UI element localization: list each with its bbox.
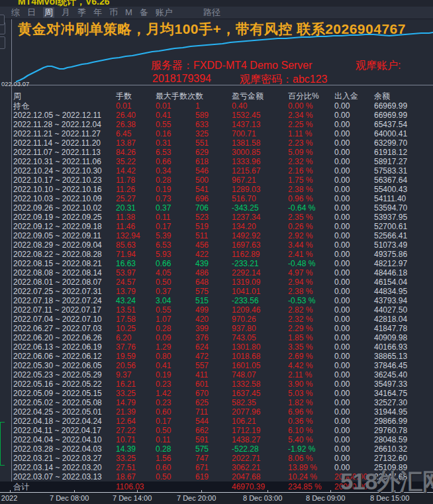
- row-max-lots: 0.19: [156, 370, 195, 379]
- row-period: 2022.06.06 ~ 2022.06.12: [13, 352, 116, 361]
- row-balance: 64000.41: [374, 129, 433, 138]
- table-row: 2022.03.28 ~ 2022.04.03 14.39 0.28 575 -…: [0, 444, 433, 454]
- row-pnl: 1162.89: [232, 250, 288, 259]
- chart-toolbar-button-fragment[interactable]: [0, 36, 5, 49]
- menu-item[interactable]: M: [125, 7, 132, 18]
- row-pnl: 1492.92: [232, 231, 288, 240]
- row-balance: 58917.27: [374, 157, 433, 166]
- row-pnl: 967.21: [232, 176, 288, 185]
- row-period: 2022.09.26 ~ 2022.10.02: [13, 203, 116, 213]
- row-balance: 38865.13: [374, 352, 433, 361]
- menu-item[interactable]: 账户: [156, 7, 173, 18]
- row-lots: 53.97: [116, 268, 156, 277]
- row-lots: 18.67: [116, 472, 156, 481]
- row-lots: 11.38: [116, 213, 156, 222]
- row-pnl: -343.25: [232, 203, 288, 213]
- row-period: 2022.06.27 ~ 2022.07.03: [13, 324, 116, 333]
- row-period: 2022.05.16 ~ 2022.05.22: [13, 379, 116, 389]
- row-pnl: 1289.03: [232, 185, 288, 194]
- row-balance: 40166.93: [374, 342, 433, 352]
- row-lots: 14.42: [116, 166, 156, 176]
- row-percent: 13.89 %: [288, 463, 334, 472]
- menu-item-path[interactable]: 路径: [203, 7, 220, 18]
- row-percent: 8.06 %: [288, 454, 334, 463]
- row-pnl: 1532.45: [232, 111, 288, 120]
- row-inout: 0.00: [334, 277, 374, 287]
- menu-item[interactable]: 月: [62, 7, 70, 18]
- row-count: 618: [195, 157, 232, 166]
- menu-item[interactable]: 币: [109, 7, 118, 18]
- row-period: 2022.03.07 ~ 2022.03.13: [13, 472, 116, 481]
- row-inout: 0.00: [334, 296, 374, 305]
- row-percent: -0.64 %: [288, 203, 334, 213]
- row-lots: 35.22: [116, 157, 156, 166]
- table-row: 2022.11.28 ~ 2022.12.04 26.38 0.55 633 1…: [0, 120, 433, 129]
- row-pnl: 3062.21: [232, 463, 288, 472]
- row-percent: 3.44 %: [288, 240, 334, 250]
- row-max-lots: 0.80: [156, 352, 195, 361]
- table-row: 2022.05.16 ~ 2022.05.22 16.21 0.23 601 1…: [0, 379, 433, 389]
- table-row: 2022.08.01 ~ 2022.08.07 24.57 0.50 648 1…: [0, 277, 433, 287]
- row-period: 2022.07.18 ~ 2022.07.24: [13, 296, 116, 305]
- row-period: 2022.10.17 ~ 2022.10.23: [13, 176, 116, 185]
- menu-item[interactable]: 日: [27, 7, 36, 18]
- table-row: 2022.05.23 ~ 2022.05.29 9.37 0.19 411 74…: [0, 370, 433, 379]
- row-inout: 0.00: [334, 361, 374, 370]
- row-max-lots: 6.53: [156, 148, 195, 157]
- row-lots: 14.39: [116, 444, 156, 454]
- row-balance: 53937.95: [374, 213, 433, 222]
- row-percent: 0.00 %: [288, 101, 334, 111]
- toolbar-button-fragment[interactable]: [0, 15, 5, 25]
- table-row: 2022.07.25 ~ 2022.07.31 13.79 0.37 575 1…: [0, 287, 433, 296]
- menu-item[interactable]: 年: [93, 7, 102, 18]
- row-balance: 63299.70: [374, 138, 433, 148]
- row-max-lots: 5.93: [156, 250, 195, 259]
- row-count: 546: [195, 166, 232, 176]
- row-pnl: 1601.05: [232, 361, 288, 370]
- menu-item[interactable]: 季: [77, 7, 86, 18]
- menu-item[interactable]: 综: [11, 7, 20, 18]
- row-percent: 5.09 %: [288, 148, 334, 157]
- row-percent: -0.53 %: [288, 296, 334, 305]
- row-pnl: 106.21: [232, 417, 288, 426]
- row-period: 2022.03.28 ~ 2022.04.03: [13, 444, 116, 454]
- row-inout: 0.00: [334, 240, 374, 250]
- table-row: 2022.05.30 ~ 2022.06.05 20.56 0.41 557 1…: [0, 361, 433, 370]
- row-percent: 2.16 %: [288, 166, 334, 176]
- row-balance: 51073.49: [374, 240, 433, 250]
- row-balance: 46154.04: [374, 277, 433, 287]
- table-row: 2022.06.27 ~ 2022.07.03 10.25 0.28 399 9…: [0, 324, 433, 333]
- row-period: 2022.11.14 ~ 2022.11.20: [13, 138, 116, 148]
- row-period: 2022.11.21 ~ 2022.11.27: [13, 129, 116, 138]
- col-header-pnl: 盈亏金额: [232, 91, 288, 101]
- row-max-lots: 3.04: [156, 296, 195, 305]
- row-count: 670: [195, 389, 232, 398]
- time-axis-tick: [74, 490, 75, 493]
- table-row: 2022.08.29 ~ 2022.09.04 85.63 6.53 456 1…: [0, 240, 433, 250]
- row-balance: 66969.99: [374, 111, 433, 120]
- row-inout: 0.00: [334, 111, 374, 120]
- row-pnl: 1237.34: [232, 213, 288, 222]
- table-row: 2022.04.04 ~ 2022.04.10 10.71 0.11 591 1…: [0, 435, 433, 444]
- row-balance: 34164.75: [374, 389, 433, 398]
- row-count: 515: [195, 296, 232, 305]
- table-row: 2022.06.13 ~ 2022.06.19 37.76 1.29 624 1…: [0, 342, 433, 352]
- row-pnl: -233.56: [232, 296, 288, 305]
- menu-item[interactable]: 备: [140, 7, 148, 18]
- row-max-lots: 1.29: [156, 342, 195, 352]
- row-max-lots: 0.66: [156, 157, 195, 166]
- row-period: 2022.11.28 ~ 2022.12.04: [13, 120, 116, 129]
- table-row: 2022.11.07 ~ 2022.11.13 84.26 6.53 629 3…: [0, 148, 433, 157]
- row-inout: 0.00: [334, 166, 374, 176]
- table-row: 2022.07.18 ~ 2022.07.24 43.24 3.04 515 -…: [0, 296, 433, 305]
- row-max-lots: 0.23: [156, 398, 195, 407]
- row-lots: 43.24: [116, 296, 156, 305]
- row-inout: 0.00: [334, 231, 374, 240]
- row-percent: 2.32 %: [288, 315, 334, 324]
- table-row: 2022.11.21 ~ 2022.11.27 6.45 0.16 325 70…: [0, 129, 433, 138]
- menu-item[interactable]: 周: [43, 7, 54, 18]
- row-pnl: 1319.09: [232, 277, 288, 287]
- row-max-lots: 0.16: [156, 129, 195, 138]
- row-inout: 0.00: [334, 407, 374, 417]
- row-balance: 55400.43: [374, 185, 433, 194]
